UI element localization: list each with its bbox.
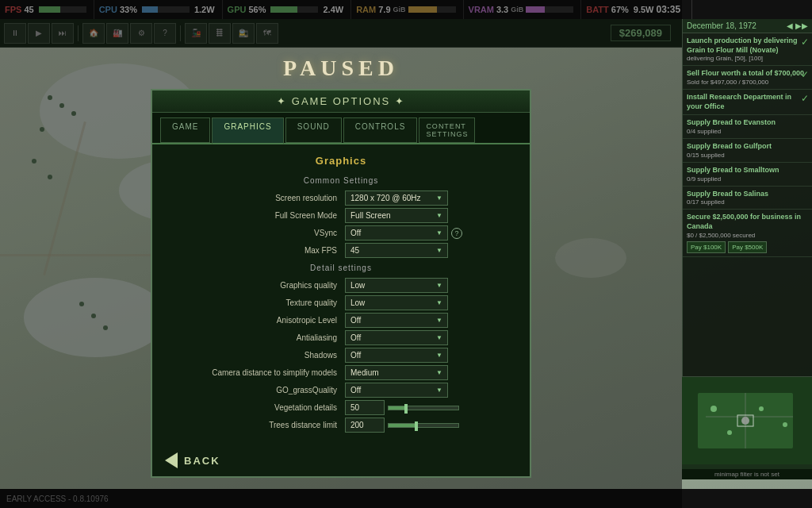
screen-resolution-label: Screen resolution — [165, 194, 345, 202]
task-sub-7: $0 / $2,500,000 secured — [687, 232, 808, 239]
anisotropic-dropdown[interactable]: Off ▼ — [345, 313, 448, 328]
tab-content-settings[interactable]: CONTENTSETTINGS — [419, 117, 475, 143]
vegetation-value: 50 — [345, 400, 385, 415]
task-item-7: Secure $2,500,000 for business in Canada… — [683, 210, 812, 256]
task-item-1: Sell Flour worth a total of $700,000Sold… — [683, 66, 812, 90]
fullscreen-label: Full Screen Mode — [165, 211, 345, 220]
task-sub-4: 0/15 supplied — [687, 152, 808, 159]
setting-row-vegetation: Vegetation details 50 — [165, 400, 517, 415]
task-sub-0: delivering Grain, [50], [100] — [687, 55, 808, 62]
tabs-container: GAME GRAPHICS SOUND CONTROLS CONTENTSETT… — [152, 113, 530, 144]
trees-distance-slider-container: 200 — [345, 418, 459, 433]
setting-row-texture-quality: Texture quality Low ▼ — [165, 295, 517, 310]
common-settings-title: Common Settings — [165, 173, 517, 188]
antialiasing-control: Off ▼ — [345, 330, 517, 345]
camera-distance-dropdown[interactable]: Medium ▼ — [345, 365, 448, 380]
camera-distance-value: Medium — [350, 368, 379, 377]
right-panel-nav[interactable]: ◀ ▶▶ — [787, 21, 808, 30]
grass-quality-dropdown[interactable]: Off ▼ — [345, 383, 448, 398]
tab-game[interactable]: GAME — [160, 117, 210, 143]
task-check-2: ✓ — [801, 93, 809, 104]
back-button[interactable]: BACK — [152, 444, 530, 476]
game-options-dialog: ✦ GAME OPTIONS ✦ GAME GRAPHICS SOUND CON… — [151, 89, 531, 478]
setting-row-camera-distance: Camera distance to simplify models Mediu… — [165, 365, 517, 380]
texture-quality-arrow: ▼ — [436, 299, 442, 306]
screen-resolution-control: 1280 x 720 @ 60Hz ▼ — [345, 190, 517, 206]
screen-resolution-dropdown[interactable]: 1280 x 720 @ 60Hz ▼ — [345, 190, 448, 206]
shadows-label: Shadows — [165, 351, 345, 360]
setting-row-fullscreen: Full Screen Mode Full Screen ▼ — [165, 208, 517, 223]
anisotropic-value: Off — [350, 316, 361, 325]
tab-graphics[interactable]: GRAPHICS — [212, 117, 283, 144]
tab-sound[interactable]: SOUND — [285, 117, 342, 143]
anisotropic-control: Off ▼ — [345, 313, 517, 328]
graphics-section-title: Graphics — [165, 151, 517, 173]
task-title-1: Sell Flour worth a total of $700,000 — [687, 69, 808, 79]
setting-row-vsync: VSync Off ▼ ? — [165, 225, 517, 241]
fullscreen-value: Full Screen — [350, 211, 391, 220]
svg-point-5 — [783, 422, 787, 427]
vegetation-control: 50 — [345, 400, 517, 415]
grass-quality-label: GO_grassQuality — [165, 386, 345, 394]
overlay: PAUSED ✦ GAME OPTIONS ✦ GAME GRAPHICS SO… — [0, 0, 682, 508]
task-title-6: Supply Bread to Salinas — [687, 190, 808, 199]
task-sub-5: 0/9 supplied — [687, 175, 808, 183]
texture-quality-dropdown[interactable]: Low ▼ — [345, 295, 448, 310]
vsync-arrow: ▼ — [436, 229, 442, 237]
task-btn-7-1[interactable]: Pay $500K — [728, 241, 767, 253]
task-item-2: Install Research Department in your Offi… — [683, 90, 812, 115]
task-item-0: Launch production by delivering Grain to… — [683, 33, 812, 66]
maxfps-value: 45 — [350, 246, 359, 255]
task-btn-7-0[interactable]: Pay $100K — [687, 241, 726, 253]
camera-distance-label: Camera distance to simplify models — [165, 368, 345, 377]
task-title-7: Secure $2,500,000 for business in Canada — [687, 213, 808, 231]
maxfps-label: Max FPS — [165, 246, 345, 255]
tab-content: Graphics Common Settings Screen resoluti… — [152, 144, 530, 444]
mini-map[interactable]: minimap filter is not set — [682, 376, 812, 479]
shadows-value: Off — [350, 351, 361, 360]
mini-map-svg — [682, 377, 812, 464]
texture-quality-control: Low ▼ — [345, 295, 517, 310]
vsync-label: VSync — [165, 229, 345, 237]
trees-distance-slider-track[interactable] — [388, 423, 459, 428]
maxfps-dropdown[interactable]: 45 ▼ — [345, 243, 448, 258]
fullscreen-dropdown[interactable]: Full Screen ▼ — [345, 208, 448, 223]
antialiasing-dropdown[interactable]: Off ▼ — [345, 330, 448, 345]
setting-row-maxfps: Max FPS 45 ▼ — [165, 243, 517, 258]
task-sub-1: Sold for $497,000 / $700,000 — [687, 79, 808, 86]
right-panel-date: December 18, 1972 — [687, 21, 756, 30]
svg-point-2 — [710, 406, 717, 412]
gfx-quality-dropdown[interactable]: Low ▼ — [345, 278, 448, 293]
vegetation-slider-track[interactable] — [388, 406, 459, 410]
anisotropic-arrow: ▼ — [436, 317, 442, 324]
svg-point-4 — [759, 406, 764, 411]
detail-settings-title: Detail settings — [165, 260, 517, 275]
vsync-help-icon[interactable]: ? — [451, 228, 462, 239]
grass-quality-arrow: ▼ — [436, 387, 442, 394]
task-check-1: ✓ — [801, 69, 809, 80]
trees-distance-value: 200 — [345, 418, 385, 433]
trees-distance-slider-fill — [389, 424, 416, 427]
task-sub-6: 0/17 supplied — [687, 198, 808, 206]
maxfps-arrow: ▼ — [436, 247, 442, 254]
vegetation-slider-container: 50 — [345, 400, 459, 415]
vegetation-slider-fill — [389, 406, 406, 410]
gfx-quality-label: Graphics quality — [165, 281, 345, 290]
shadows-dropdown[interactable]: Off ▼ — [345, 348, 448, 363]
fullscreen-control: Full Screen ▼ — [345, 208, 517, 223]
fullscreen-arrow: ▼ — [436, 212, 442, 219]
task-item-6: Supply Bread to Salinas0/17 supplied — [683, 187, 812, 210]
svg-point-6 — [727, 430, 732, 435]
task-item-3: Supply Bread to Evanston0/4 supplied — [683, 115, 812, 139]
mini-map-label: minimap filter is not set — [682, 469, 812, 479]
vsync-control: Off ▼ ? — [345, 225, 517, 241]
camera-distance-control: Medium ▼ — [345, 365, 517, 380]
tab-controls[interactable]: CONTROLS — [343, 117, 418, 143]
vsync-dropdown[interactable]: Off ▼ — [345, 225, 448, 241]
trees-distance-slider-thumb — [415, 421, 418, 431]
back-arrow-icon — [165, 452, 178, 468]
right-panel-header: December 18, 1972 ◀ ▶▶ — [683, 19, 812, 33]
grass-quality-control: Off ▼ — [345, 383, 517, 398]
setting-row-antialiasing: Antialiasing Off ▼ — [165, 330, 517, 345]
screen-resolution-arrow: ▼ — [436, 194, 442, 202]
